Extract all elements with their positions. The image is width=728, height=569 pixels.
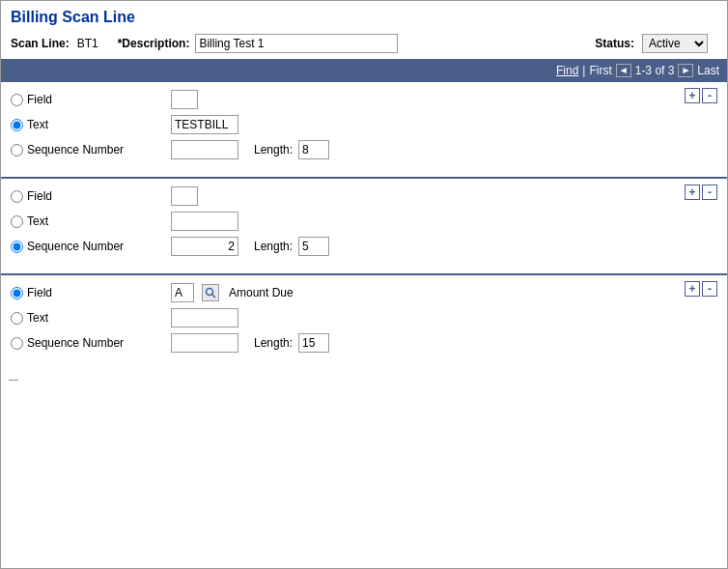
section-3-remove-btn[interactable]: - <box>702 281 717 297</box>
section-2-remove-btn[interactable]: - <box>702 185 717 200</box>
section-2: + - Field Text Sequence Number <box>1 179 727 275</box>
section-1-remove-btn[interactable]: - <box>702 88 717 103</box>
section-2-field-row: Field <box>11 186 717 206</box>
next-nav-btn[interactable]: ► <box>678 64 693 77</box>
section-1-field-input[interactable] <box>171 90 198 109</box>
section-1: + - Field Text Sequence Number <box>1 82 727 179</box>
section-3-text-row: Text <box>11 308 717 327</box>
prev-nav-btn[interactable]: ◄ <box>616 64 631 77</box>
section-3-field-radio-label[interactable]: Field <box>11 286 165 299</box>
section-1-seq-radio[interactable] <box>11 144 23 156</box>
section-3-field-radio[interactable] <box>11 287 23 299</box>
find-link[interactable]: Find <box>556 64 578 77</box>
section-1-length-input[interactable] <box>298 140 329 159</box>
description-label: *Description: <box>118 37 190 50</box>
section-2-field-input[interactable] <box>171 186 198 206</box>
svg-line-1 <box>212 295 216 299</box>
section-3-length-label: Length: <box>254 336 293 350</box>
section-3-length-group: Length: <box>254 333 329 353</box>
section-1-field-row: Field <box>11 90 717 109</box>
section-3-text-radio-label[interactable]: Text <box>11 311 165 325</box>
section-1-controls: + - <box>685 88 717 103</box>
section-3-field-desc: Amount Due <box>229 286 294 299</box>
section-3-seq-input[interactable] <box>171 333 238 353</box>
section-2-length-label: Length: <box>254 240 293 253</box>
section-3-seq-radio-label[interactable]: Sequence Number <box>11 336 165 350</box>
section-3-add-btn[interactable]: + <box>685 281 700 297</box>
section-3-field-row: Field Amount Due <box>11 283 717 302</box>
lookup-icon[interactable] <box>202 284 219 301</box>
status-select[interactable]: ActiveInactive <box>642 34 708 53</box>
section-2-text-row: Text <box>11 212 717 231</box>
section-2-field-radio-label[interactable]: Field <box>11 189 165 203</box>
range-label: 1-3 of 3 <box>635 64 675 77</box>
section-1-text-input[interactable] <box>171 115 238 134</box>
status-label: Status: <box>595 37 634 50</box>
section-1-seq-input[interactable] <box>171 140 238 159</box>
section-3-field-input[interactable] <box>171 283 194 302</box>
status-group: Status: ActiveInactive <box>595 34 717 53</box>
section-3-seq-radio[interactable] <box>11 337 23 350</box>
section-2-seq-row: Sequence Number Length: <box>11 237 717 256</box>
header-left: Scan Line: BT1 <box>11 37 98 50</box>
section-3-length-input[interactable] <box>298 333 329 353</box>
section-1-text-radio[interactable] <box>11 119 23 131</box>
section-1-text-radio-label[interactable]: Text <box>11 118 165 131</box>
section-2-text-radio-label[interactable]: Text <box>11 214 165 228</box>
toolbar: Find | First ◄ 1-3 of 3 ► Last <box>1 59 727 82</box>
section-3-text-radio[interactable] <box>11 312 23 325</box>
section-3: + - Field Amount Due Text <box>1 275 727 370</box>
section-3-seq-row: Sequence Number Length: <box>11 333 717 353</box>
section-2-length-input[interactable] <box>298 237 329 256</box>
section-1-field-radio[interactable] <box>11 94 23 106</box>
section-1-length-group: Length: <box>254 140 329 159</box>
section-2-field-radio[interactable] <box>11 190 23 203</box>
section-2-add-btn[interactable]: + <box>685 185 700 200</box>
section-2-text-input[interactable] <box>171 212 238 231</box>
section-1-text-row: Text <box>11 115 717 134</box>
page-title: Billing Scan Line <box>1 1 727 30</box>
section-1-seq-radio-label[interactable]: Sequence Number <box>11 143 165 156</box>
header-section: Scan Line: BT1 *Description: Status: Act… <box>1 30 727 59</box>
section-2-controls: + - <box>685 185 717 200</box>
section-2-seq-radio-label[interactable]: Sequence Number <box>11 240 165 253</box>
last-label: Last <box>697 64 719 77</box>
page-container: Billing Scan Line Scan Line: BT1 *Descri… <box>0 0 728 569</box>
section-2-seq-input[interactable] <box>171 237 238 256</box>
section-1-add-btn[interactable]: + <box>685 88 700 103</box>
scan-line-value: BT1 <box>77 37 98 50</box>
svg-point-0 <box>207 289 213 296</box>
description-input[interactable] <box>195 34 398 53</box>
section-1-field-radio-label[interactable]: Field <box>11 93 165 106</box>
first-label: First <box>589 64 611 77</box>
section-2-text-radio[interactable] <box>11 215 23 228</box>
section-3-text-input[interactable] <box>171 308 238 327</box>
section-3-controls: + - <box>685 281 717 297</box>
section-2-length-group: Length: <box>254 237 329 256</box>
section-1-length-label: Length: <box>254 143 293 156</box>
description-group: *Description: <box>118 34 399 53</box>
section-1-seq-row: Sequence Number Length: <box>11 140 717 159</box>
bottom-marker: — <box>1 370 727 388</box>
scan-line-label: Scan Line: <box>11 37 70 50</box>
section-2-seq-radio[interactable] <box>11 241 23 253</box>
